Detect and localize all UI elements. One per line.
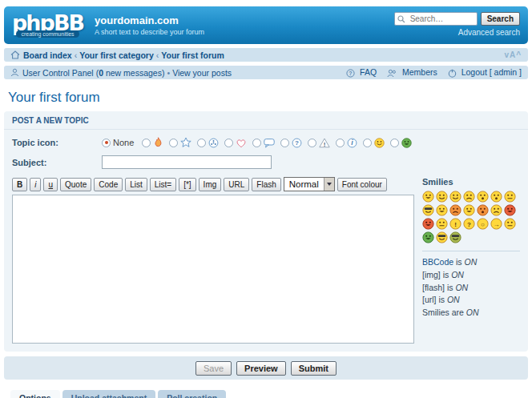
smiley-shocked[interactable] — [490, 191, 502, 203]
tab-poll-creation[interactable]: Poll creation — [158, 390, 226, 398]
bbcode-list-item-button[interactable]: [*] — [179, 178, 195, 191]
smiley-neutral[interactable] — [504, 218, 516, 230]
smiley-twisted[interactable] — [422, 218, 434, 230]
search-button[interactable]: Search — [481, 12, 520, 26]
smiley-confused[interactable] — [504, 191, 516, 203]
view-your-posts-link[interactable]: View your posts — [172, 68, 232, 78]
smiley-crying[interactable] — [490, 204, 502, 216]
search-area: Search Advanced search — [394, 12, 520, 37]
topic-icon-radio-mrgreen[interactable] — [390, 139, 399, 147]
site-description: A short text to describe your forum — [95, 28, 204, 36]
bbcode-code-button[interactable]: Code — [94, 178, 123, 191]
bbcode-status-list: BBCode is ON[img] is ON[flash] is ON[url… — [422, 256, 520, 320]
smiley-rolleyes[interactable] — [436, 218, 448, 230]
user-icon — [10, 68, 19, 77]
bbcode-img-button[interactable]: Img — [199, 178, 222, 191]
smiley-sad[interactable] — [463, 191, 475, 203]
smiley-wink[interactable] — [449, 191, 461, 203]
breadcrumb-link[interactable]: Your first category — [79, 50, 154, 60]
smiley-cool[interactable] — [422, 204, 434, 216]
user-bar: User Control Panel (0 new messages) • Vi… — [4, 66, 528, 79]
fire-icon — [153, 137, 163, 148]
topic-icon-radio-asterisk[interactable] — [197, 139, 206, 147]
phpbb-logo-tagline: creating communities — [16, 30, 79, 38]
svg-text:?: ? — [295, 139, 299, 147]
tab-options[interactable]: Options — [10, 390, 60, 398]
asterisk-icon — [208, 138, 219, 148]
topic-icon-radio-question[interactable] — [280, 139, 289, 147]
smiley-mad[interactable] — [449, 204, 461, 216]
breadcrumb-link[interactable]: Board index — [23, 50, 72, 60]
smiley-geek[interactable] — [436, 231, 448, 243]
submit-button[interactable]: Submit — [291, 361, 337, 376]
new-messages-count: (0 new messages) — [94, 68, 165, 78]
topic-icon-radio-heart[interactable] — [224, 139, 233, 147]
logout-link[interactable]: Logout [ admin ] — [461, 67, 522, 77]
smiley-surprised[interactable] — [477, 191, 489, 203]
smiley-ultra-geek[interactable] — [449, 231, 461, 243]
preview-button[interactable]: Preview — [236, 361, 286, 376]
bbcode-bold-button[interactable]: B — [12, 178, 27, 191]
bbcode-list-button[interactable]: List — [125, 178, 147, 191]
smiley-arrow[interactable]: → — [490, 218, 502, 230]
ucp-link[interactable]: User Control Panel — [22, 68, 94, 78]
topic-icon-option — [390, 138, 412, 148]
faq-link[interactable]: FAQ — [360, 67, 377, 77]
bbcode-guide-link[interactable]: BBCode — [422, 257, 453, 267]
smiley-idea[interactable]: ○ — [477, 218, 489, 230]
bbcode-list-eq-button[interactable]: List= — [150, 178, 176, 191]
subject-input[interactable] — [102, 155, 272, 169]
smiley-evil[interactable] — [504, 204, 516, 216]
search-icon — [397, 15, 405, 23]
svg-text:?: ? — [467, 221, 471, 228]
topic-icon-radio-star[interactable] — [169, 139, 178, 147]
topic-icon-radio-smile[interactable] — [363, 139, 372, 147]
search-box — [394, 12, 478, 26]
topic-icon-option: ? — [280, 138, 302, 148]
breadcrumb-separator: ‹ — [75, 50, 78, 60]
bbcode-flash-button[interactable]: Flash — [252, 178, 280, 191]
smiley-embarrassed[interactable] — [477, 204, 489, 216]
editor-area: BiuQuoteCodeListList=[*]ImgURLFlashNorma… — [12, 177, 520, 345]
smiley-razz[interactable] — [463, 204, 475, 216]
topic-icon-radio-none[interactable] — [102, 139, 111, 147]
smiley-laughing[interactable] — [436, 204, 448, 216]
save-button[interactable]: Save — [195, 361, 232, 376]
topic-icon-option — [197, 138, 219, 148]
svg-text:→: → — [494, 221, 500, 228]
smiley-grid: !?○→ — [422, 191, 520, 243]
tab-upload-attachment[interactable]: Upload attachment — [62, 390, 156, 398]
members-link[interactable]: Members — [402, 67, 437, 77]
select-arrow-icon — [324, 178, 334, 191]
topic-icon-radio-info[interactable] — [336, 139, 345, 147]
subject-label: Subject: — [12, 158, 102, 167]
topic-icon-options: None?!i — [102, 137, 412, 148]
bbcode-italic-button[interactable]: i — [30, 178, 41, 191]
smiley-smile[interactable] — [436, 191, 448, 203]
info-icon: i — [347, 138, 357, 148]
search-input[interactable] — [409, 14, 474, 24]
home-icon — [10, 50, 20, 59]
topic-icon-radio-bubble[interactable] — [252, 139, 261, 147]
bbcode-underline-button[interactable]: u — [43, 178, 58, 191]
faq-icon: ? — [346, 69, 355, 78]
page: phpBB creating communities yourdomain.co… — [0, 0, 532, 398]
smiley-very-happy[interactable] — [422, 191, 434, 203]
advanced-search-link[interactable]: Advanced search — [394, 28, 520, 37]
phpbb-logo[interactable]: phpBB creating communities — [12, 14, 83, 38]
bbcode-status-line: [img] is ON — [422, 269, 520, 282]
topic-icon-radio-fire[interactable] — [142, 139, 151, 147]
smiley-question[interactable]: ? — [463, 218, 475, 230]
message-textarea[interactable] — [12, 195, 414, 344]
font-size-select[interactable]: Normal — [284, 177, 335, 191]
topic-icon-option — [169, 137, 191, 148]
breadcrumb-link[interactable]: Your first forum — [161, 50, 224, 60]
bbcode-url-button[interactable]: URL — [224, 178, 249, 191]
font-colour-button[interactable]: Font colour — [337, 178, 387, 191]
topic-icon-radio-attention[interactable] — [308, 139, 316, 147]
smiley-exclamation[interactable]: ! — [449, 218, 461, 230]
change-font-size-control[interactable]: vA^ — [504, 50, 522, 59]
svg-text:!: ! — [454, 221, 457, 228]
bbcode-quote-button[interactable]: Quote — [60, 178, 91, 191]
smiley-mr-green[interactable] — [422, 231, 434, 243]
